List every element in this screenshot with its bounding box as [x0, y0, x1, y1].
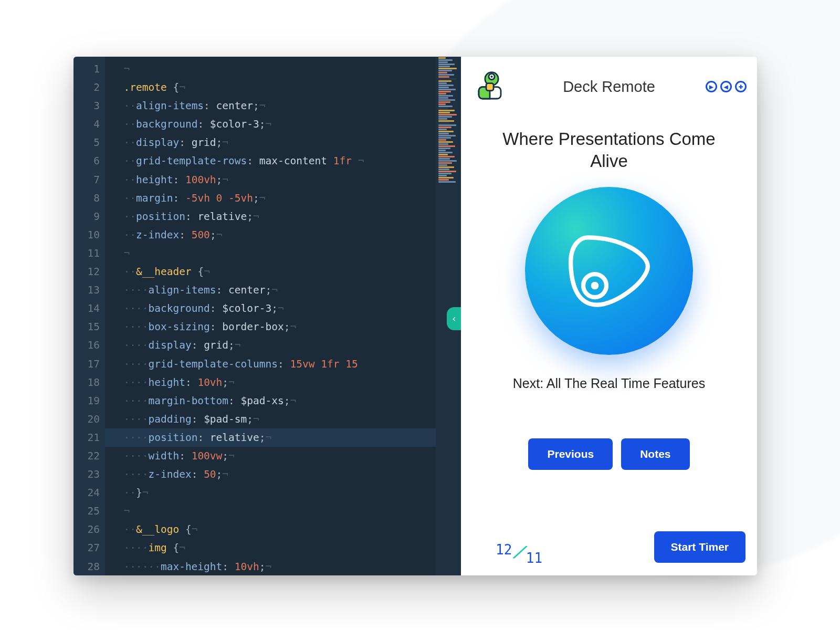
- line-number: 13: [74, 281, 100, 299]
- line-number: 28: [74, 558, 100, 575]
- code-line[interactable]: ····width: 100vw;¬: [111, 447, 461, 465]
- code-line[interactable]: ··position: relative;¬: [111, 207, 461, 226]
- menu-icon-play-icon[interactable]: ▶: [706, 81, 717, 92]
- app-logo: [471, 69, 508, 106]
- line-number: 20: [74, 410, 100, 428]
- control-button-row: Previous Notes: [528, 438, 689, 470]
- remote-title: Deck Remote: [563, 78, 655, 96]
- line-number: 16: [74, 336, 100, 354]
- code-line[interactable]: ··grid-template-rows: max-content 1fr ¬: [111, 152, 461, 170]
- code-line[interactable]: ··background: $color-3;¬: [111, 115, 461, 133]
- code-line[interactable]: ¬: [111, 60, 461, 78]
- svg-point-2: [490, 76, 492, 78]
- line-number: 6: [74, 152, 100, 170]
- code-line[interactable]: ··z-index: 500;¬: [111, 226, 461, 244]
- line-number: 12: [74, 262, 100, 281]
- line-number: 17: [74, 355, 100, 373]
- line-number: 23: [74, 465, 100, 484]
- line-number: 15: [74, 318, 100, 336]
- line-number: 18: [74, 373, 100, 392]
- footer-row: 12 / 11 Start Timer: [461, 531, 757, 563]
- code-line[interactable]: ¬: [111, 244, 461, 262]
- code-line[interactable]: ····height: 10vh;¬: [111, 373, 461, 392]
- line-number: 5: [74, 133, 100, 152]
- play-logo-icon: [561, 228, 658, 314]
- code-line[interactable]: ····background: $color-3;¬: [111, 299, 461, 318]
- line-number: 1: [74, 60, 100, 78]
- line-number: 9: [74, 207, 100, 226]
- line-number: 10: [74, 226, 100, 244]
- code-line[interactable]: ····img {¬: [111, 539, 461, 557]
- code-editor[interactable]: 1234567891011121314151617181920212223242…: [74, 57, 461, 575]
- code-line[interactable]: ····grid-template-columns: 15vw 1fr 15: [111, 355, 461, 373]
- code-line[interactable]: ····margin-bottom: $pad-xs;¬: [111, 392, 461, 410]
- code-line[interactable]: ······max-height: 10vh;¬: [111, 558, 461, 575]
- start-timer-button[interactable]: Start Timer: [654, 531, 746, 563]
- minimap-line: [438, 57, 446, 59]
- line-number: 11: [74, 244, 100, 262]
- counter-current: 12: [496, 542, 512, 558]
- code-line[interactable]: ··margin: -5vh 0 -5vh;¬: [111, 189, 461, 207]
- notes-button[interactable]: Notes: [621, 438, 689, 470]
- line-number: 21: [74, 428, 100, 447]
- line-number: 26: [74, 520, 100, 539]
- code-line[interactable]: ····box-sizing: border-box;¬: [111, 318, 461, 336]
- previous-button[interactable]: Previous: [528, 438, 613, 470]
- code-line[interactable]: ··display: grid;¬: [111, 133, 461, 152]
- line-number: 14: [74, 299, 100, 318]
- code-line[interactable]: ··height: 100vh;¬: [111, 171, 461, 189]
- header-menu-icons[interactable]: ▶ ◀ ✚: [706, 81, 747, 92]
- line-number: 3: [74, 97, 100, 115]
- svg-point-5: [591, 282, 598, 290]
- app-panel: 1234567891011121314151617181920212223242…: [74, 57, 757, 575]
- line-number: 2: [74, 78, 100, 97]
- counter-total: 11: [526, 550, 542, 566]
- line-number: 25: [74, 502, 100, 520]
- line-number: 27: [74, 539, 100, 557]
- code-line[interactable]: ··&__logo {¬: [111, 520, 461, 539]
- code-area[interactable]: ¬ .remote {¬ ··align-items: center;¬ ··b…: [105, 57, 461, 575]
- line-number: 7: [74, 171, 100, 189]
- code-line[interactable]: ··&__header {¬: [111, 262, 461, 281]
- code-line[interactable]: ····display: grid;¬: [111, 336, 461, 354]
- current-slide-title: Where Presentations Come Alive: [483, 128, 735, 172]
- slide-counter: 12 / 11: [496, 542, 542, 563]
- next-slide-label: Next: All The Real Time Features: [513, 376, 705, 391]
- code-line[interactable]: ¬: [111, 502, 461, 520]
- line-number: 24: [74, 484, 100, 502]
- code-line[interactable]: ····position: relative;¬: [111, 428, 461, 447]
- remote-panel: Deck Remote ▶ ◀ ✚ Where Presentations Co…: [461, 57, 757, 575]
- slide-preview: [525, 187, 693, 355]
- code-line[interactable]: ····padding: $pad-sm;¬: [111, 410, 461, 428]
- menu-icon-back-icon[interactable]: ◀: [720, 81, 732, 92]
- code-line[interactable]: ··}¬: [111, 484, 461, 502]
- remote-header: Deck Remote ▶ ◀ ✚: [471, 66, 747, 107]
- code-line[interactable]: ····align-items: center;¬: [111, 281, 461, 299]
- code-line[interactable]: ··align-items: center;¬: [111, 97, 461, 115]
- line-number: 8: [74, 189, 100, 207]
- line-number: 22: [74, 447, 100, 465]
- line-number-gutter: 1234567891011121314151617181920212223242…: [74, 57, 105, 575]
- svg-rect-3: [486, 83, 494, 91]
- menu-icon-add-icon[interactable]: ✚: [735, 81, 747, 92]
- line-number: 4: [74, 115, 100, 133]
- line-number: 19: [74, 392, 100, 410]
- code-line[interactable]: ····z-index: 50;¬: [111, 465, 461, 484]
- code-line[interactable]: .remote {¬: [111, 78, 461, 97]
